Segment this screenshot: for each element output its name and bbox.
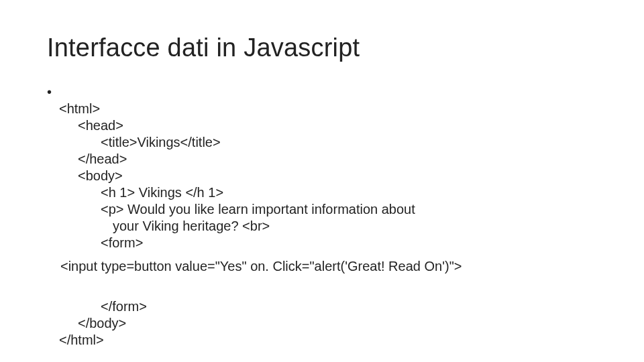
code-line: <head> bbox=[59, 117, 123, 134]
slide: Interfacce dati in Javascript • <html> <… bbox=[0, 0, 644, 362]
code-input-line: <input type=button value="Yes" on. Click… bbox=[47, 258, 597, 275]
slide-body: • <html> <head> <title>Vikings</title> <… bbox=[47, 84, 597, 349]
code-block-tail: </form> </body> </html> bbox=[47, 282, 597, 349]
code-block: <html> <head> <title>Vikings</title> </h… bbox=[59, 84, 415, 251]
code-line: </body> bbox=[59, 315, 126, 332]
bullet-mark: • bbox=[47, 84, 59, 101]
code-line: <title>Vikings</title> bbox=[59, 134, 221, 151]
code-line: <html> bbox=[59, 101, 100, 116]
code-line: </head> bbox=[59, 151, 127, 168]
bullet-item: • <html> <head> <title>Vikings</title> <… bbox=[47, 84, 597, 251]
code-line: <h 1> Vikings </h 1> bbox=[59, 184, 223, 201]
slide-title: Interfacce dati in Javascript bbox=[47, 34, 597, 62]
code-line: </form> bbox=[59, 298, 147, 315]
code-line: <body> bbox=[59, 168, 123, 184]
code-line: <p> Would you like learn important infor… bbox=[59, 201, 415, 218]
code-line: your Viking heritage? <br> bbox=[59, 218, 270, 235]
code-line: </html> bbox=[59, 333, 104, 347]
code-line: <form> bbox=[59, 235, 143, 251]
